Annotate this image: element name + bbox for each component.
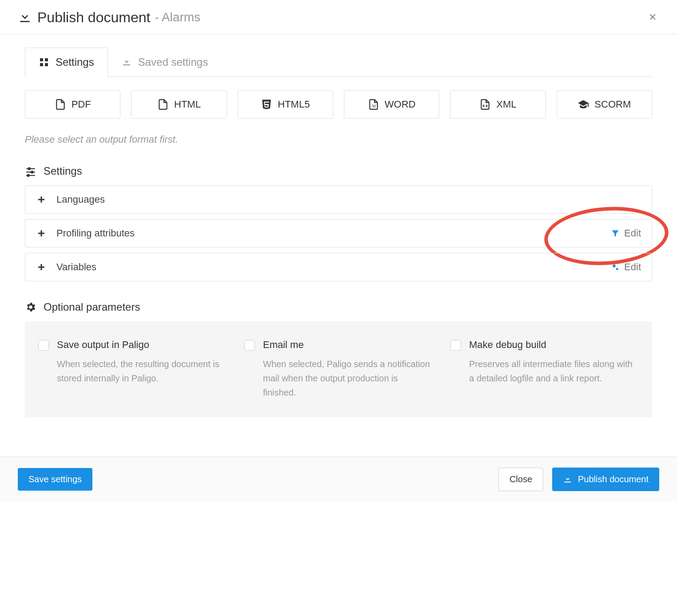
format-xml-button[interactable]: XML	[450, 90, 546, 119]
option-title: Email me	[263, 339, 433, 351]
svg-rect-0	[40, 58, 43, 61]
tab-bar: Settings Saved settings	[25, 48, 652, 77]
format-html-button[interactable]: HTML	[131, 90, 227, 119]
edit-label: Edit	[624, 261, 641, 273]
checkbox-email-me[interactable]	[244, 340, 255, 351]
format-label: WORD	[385, 99, 416, 110]
plus-icon	[36, 194, 47, 205]
file-word-icon: W	[368, 99, 379, 110]
button-label: Save settings	[28, 474, 82, 484]
save-settings-button[interactable]: Save settings	[18, 468, 92, 491]
publish-document-button[interactable]: Publish document	[552, 468, 659, 491]
filter-icon	[611, 229, 620, 238]
edit-profiling-link[interactable]: Edit	[611, 228, 641, 239]
format-hint: Please select an output format first.	[25, 134, 652, 145]
plus-icon	[36, 262, 47, 272]
format-label: HTML5	[278, 99, 310, 110]
download-icon	[18, 10, 32, 24]
section-title: Settings	[44, 165, 82, 177]
tab-label: Saved settings	[138, 56, 208, 68]
file-code-icon	[479, 99, 491, 110]
format-html5-button[interactable]: HTML5	[238, 90, 333, 119]
accordion-profiling-attributes[interactable]: Profiling attributes Edit	[25, 219, 652, 248]
optional-params-panel: Save output in Paligo When selected, the…	[25, 321, 652, 417]
option-desc: When selected, Paligo sends a notificati…	[263, 357, 433, 400]
button-label: Close	[510, 474, 532, 484]
gear-icon	[25, 301, 36, 313]
accordion-label: Variables	[56, 261, 96, 273]
download-icon	[121, 57, 132, 68]
checkbox-debug-build[interactable]	[450, 340, 461, 351]
plus-icon	[36, 228, 47, 239]
file-pdf-icon	[55, 99, 66, 110]
option-email-me: Email me When selected, Paligo sends a n…	[244, 339, 433, 400]
close-icon[interactable]: ✕	[646, 9, 659, 26]
format-label: PDF	[72, 99, 91, 110]
accordion-label: Languages	[56, 194, 105, 205]
option-desc: When selected, the resulting document is…	[57, 357, 227, 385]
download-icon	[563, 475, 573, 484]
format-pdf-button[interactable]: PDF	[25, 90, 120, 119]
edit-label: Edit	[624, 228, 641, 239]
format-label: SCORM	[594, 99, 631, 110]
option-title: Make debug build	[469, 339, 639, 351]
modal-footer: Save settings Close Publish document	[0, 456, 677, 502]
graduation-cap-icon	[577, 99, 589, 110]
button-label: Publish document	[578, 474, 649, 484]
option-desc: Preserves all intermediate files along w…	[469, 357, 639, 385]
format-scorm-button[interactable]: SCORM	[557, 90, 652, 119]
format-row: PDF HTML HTML5 W WORD XML SCORM	[25, 90, 652, 119]
modal-title: Publish document	[37, 9, 150, 26]
optional-heading: Optional parameters	[25, 301, 652, 313]
tab-settings[interactable]: Settings	[25, 48, 108, 77]
option-debug-build: Make debug build Preserves all intermedi…	[450, 339, 639, 400]
format-label: XML	[496, 99, 516, 110]
accordion-label: Profiling attributes	[56, 228, 135, 239]
gears-icon	[611, 263, 620, 272]
modal-subtitle: - Alarms	[155, 10, 200, 24]
tab-saved-settings[interactable]: Saved settings	[108, 48, 221, 76]
svg-text:W: W	[372, 104, 377, 108]
grid-icon	[39, 57, 49, 68]
accordion-variables[interactable]: Variables Edit	[25, 253, 652, 281]
svg-point-8	[31, 171, 33, 173]
modal-header: Publish document - Alarms ✕	[0, 0, 677, 34]
close-button[interactable]: Close	[498, 468, 543, 491]
svg-rect-3	[45, 63, 48, 66]
svg-point-18	[616, 268, 618, 270]
accordion-languages[interactable]: Languages	[25, 185, 652, 214]
sliders-icon	[25, 165, 36, 177]
svg-rect-1	[45, 58, 48, 61]
svg-point-10	[27, 175, 29, 176]
html5-icon	[261, 99, 272, 110]
checkbox-save-output[interactable]	[38, 340, 49, 351]
section-title: Optional parameters	[44, 301, 140, 313]
file-icon	[157, 99, 169, 110]
edit-variables-link[interactable]: Edit	[611, 261, 641, 273]
tab-label: Settings	[56, 56, 94, 68]
format-label: HTML	[174, 99, 201, 110]
svg-point-17	[613, 264, 616, 268]
option-save-output: Save output in Paligo When selected, the…	[38, 339, 227, 400]
settings-heading: Settings	[25, 165, 652, 177]
format-word-button[interactable]: W WORD	[344, 90, 439, 119]
option-title: Save output in Paligo	[57, 339, 227, 351]
svg-rect-2	[40, 63, 43, 66]
svg-point-6	[28, 168, 30, 169]
